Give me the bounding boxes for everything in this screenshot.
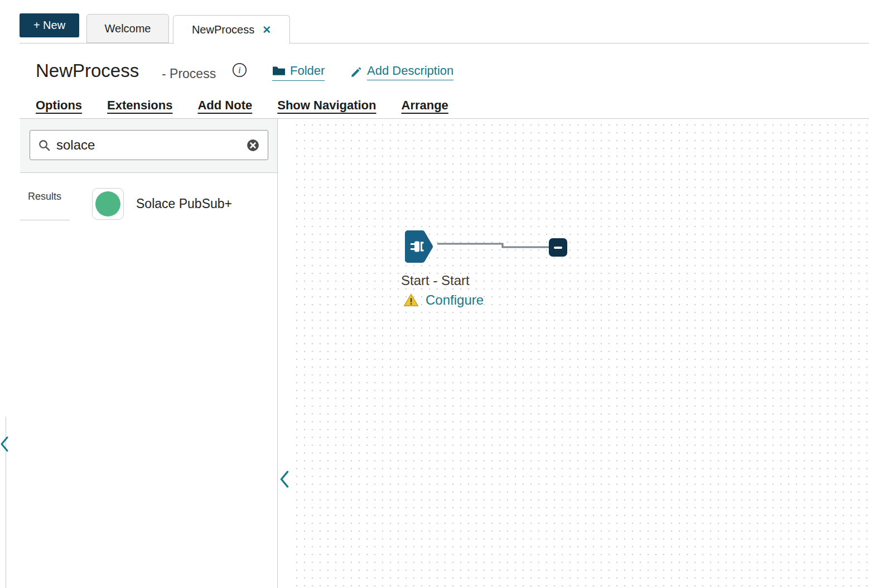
new-button[interactable]: + New — [20, 13, 79, 37]
results-tab-label: Results — [28, 191, 61, 203]
page-title: NewProcess — [36, 60, 139, 81]
tab-welcome[interactable]: Welcome — [86, 14, 169, 43]
menu-item-show-navigation[interactable]: Show Navigation — [277, 98, 376, 113]
add-description-label: Add Description — [367, 64, 453, 80]
results-tab[interactable]: Results — [20, 173, 70, 220]
add-description-link[interactable]: Add Description — [350, 64, 453, 83]
configure-link[interactable]: Configure — [426, 292, 484, 308]
search-box[interactable] — [30, 130, 268, 160]
clear-search-icon[interactable] — [246, 138, 260, 152]
page-type-label: - Process — [162, 66, 216, 81]
connector-icon-box — [92, 188, 124, 220]
info-icon[interactable]: i — [232, 62, 247, 78]
result-item-solace-pubsub[interactable]: Solace PubSub+ — [92, 188, 232, 220]
folder-link-label: Folder — [290, 64, 325, 78]
collapse-palette-icon[interactable] — [279, 470, 291, 490]
solace-connector-icon — [95, 191, 120, 216]
tab-newprocess[interactable]: NewProcess ✕ — [173, 15, 290, 44]
minus-icon — [554, 247, 562, 249]
search-input[interactable] — [56, 137, 240, 153]
tab-close-icon[interactable]: ✕ — [262, 25, 271, 35]
warning-icon — [403, 293, 419, 307]
menu-bar: Options Extensions Add Note Show Navigat… — [36, 98, 448, 113]
pencil-icon — [350, 66, 363, 78]
menu-item-options[interactable]: Options — [36, 98, 82, 113]
search-icon — [38, 139, 51, 152]
folder-link[interactable]: Folder — [272, 64, 325, 81]
configure-row: Configure — [403, 292, 484, 308]
menu-item-add-note[interactable]: Add Note — [197, 98, 252, 113]
process-builder-app: + New Welcome NewProcess ✕ NewProcess - … — [0, 0, 869, 588]
svg-text:i: i — [238, 65, 240, 75]
start-node-label: Start - Start — [401, 273, 470, 288]
folder-icon — [272, 65, 286, 76]
start-node-shape[interactable] — [398, 226, 438, 267]
canvas-grid — [290, 119, 869, 588]
connector-line[interactable] — [437, 240, 554, 252]
content-top-border — [20, 43, 869, 44]
tab-newprocess-label: NewProcess — [192, 23, 254, 36]
tab-welcome-label: Welcome — [105, 22, 151, 35]
collapse-left-panel-icon[interactable] — [0, 435, 10, 454]
shape-search-section — [20, 119, 277, 173]
menu-item-arrange[interactable]: Arrange — [402, 98, 448, 113]
process-canvas[interactable]: Start - Start Configure — [278, 119, 869, 588]
menu-item-extensions[interactable]: Extensions — [107, 98, 172, 113]
result-item-label: Solace PubSub+ — [136, 196, 232, 211]
connection-endpoint[interactable] — [549, 238, 567, 257]
